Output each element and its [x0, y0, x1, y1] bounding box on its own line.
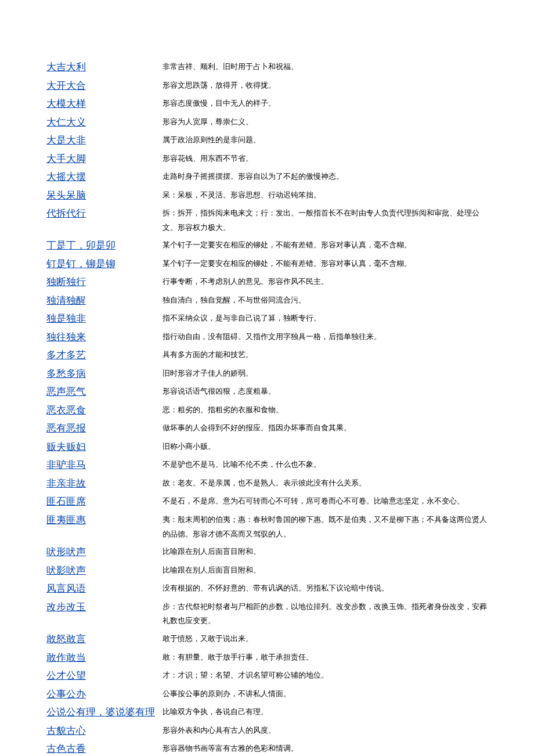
idiom-row: 贩夫贩妇旧称小商小贩。: [46, 438, 488, 456]
term-cell: 风言风语: [46, 579, 163, 598]
idiom-link[interactable]: 敢怒敢言: [46, 633, 86, 645]
idiom-row: 匪夷匪惠夷：殷末周初的伯夷；惠：春秋时鲁国的柳下惠。既不是伯夷，又不是柳下惠；不…: [46, 511, 488, 543]
idiom-link[interactable]: 代拆代行: [46, 208, 86, 219]
idiom-link[interactable]: 独是独非: [46, 313, 86, 324]
idiom-row: 吠影吠声比喻跟在别人后面盲目附和。: [46, 561, 488, 580]
definition-text: 敢：有胆量。敢于放手行事，敢于承担责任。: [163, 653, 313, 661]
idiom-row: 钉是钉，铆是铆某个钉子一定要安在相应的铆处，不能有差错。形容对事认真，毫不含糊。: [46, 255, 488, 273]
term-cell: 吠影吠声: [46, 561, 163, 580]
definition-cell: 指行动自由，没有阻碍。又指作文用字独具一格，后指单独往来。: [163, 328, 488, 347]
idiom-link[interactable]: 恶衣恶食: [46, 405, 86, 416]
definition-cell: 属于政治原则性的是非问题。: [163, 131, 488, 150]
idiom-link[interactable]: 吠影吠声: [46, 565, 86, 576]
idiom-link[interactable]: 独断独行: [46, 276, 86, 287]
term-cell: 敢怒敢言: [46, 630, 163, 649]
definition-cell: 形容花钱、用东西不节省。: [163, 150, 488, 168]
idiom-link[interactable]: 恶有恶报: [46, 423, 86, 434]
definition-text: 形容器物书画等富有古雅的色彩和情调。: [163, 744, 298, 753]
idiom-link[interactable]: 大开大合: [46, 80, 86, 91]
idiom-link[interactable]: 风言风语: [46, 583, 86, 594]
term-cell: 公说公有理，婆说婆有理: [46, 703, 163, 722]
definition-text: 形容说话语气很凶狠，态度粗暴。: [163, 387, 276, 395]
idiom-table: 大吉大利非常吉祥、顺利。旧时用于占卜和祝福。大开大合形容文思跌荡，放得开，收得拢…: [46, 58, 488, 756]
idiom-link[interactable]: 多愁多病: [46, 368, 86, 379]
definition-text: 比喻双方争执，各说自己有理。: [163, 707, 268, 716]
term-cell: 独往独来: [46, 328, 163, 347]
idiom-link[interactable]: 独清独醒: [46, 295, 86, 306]
idiom-link[interactable]: 多才多艺: [46, 350, 86, 361]
idiom-row: 古貌古心形容外表和内心具有古人的风度。: [46, 722, 488, 740]
term-cell: 大是大非: [46, 131, 163, 150]
idiom-link[interactable]: 大手大脚: [46, 153, 86, 164]
idiom-link[interactable]: 大摇大摆: [46, 171, 86, 182]
idiom-link[interactable]: 大是大非: [46, 135, 86, 146]
idiom-link[interactable]: 呆头呆脑: [46, 190, 86, 201]
idiom-link[interactable]: 独往独来: [46, 332, 86, 343]
definition-text: 形容外表和内心具有古人的风度。: [163, 726, 276, 735]
idiom-row: 吠形吠声比喻跟在别人后面盲目附和。: [46, 543, 488, 561]
idiom-link[interactable]: 贩夫贩妇: [46, 441, 86, 452]
definition-cell: 敢于愤怒，又敢于说出来。: [163, 630, 488, 649]
term-cell: 大吉大利: [46, 58, 163, 77]
idiom-row: 大开大合形容文思跌荡，放得开，收得拢。: [46, 77, 488, 95]
term-cell: 非亲非故: [46, 474, 163, 493]
idiom-link[interactable]: 敢作敢当: [46, 652, 86, 663]
definition-text: 独自清白，独自觉醒，不与世俗同流合污。: [163, 296, 306, 304]
term-cell: 公才公望: [46, 667, 163, 685]
idiom-link[interactable]: 恶声恶气: [46, 386, 86, 397]
definition-cell: 形容态度傲慢，目中无人的样子。: [163, 95, 488, 113]
definition-text: 非常吉祥、顺利。旧时用于占卜和祝福。: [163, 62, 298, 71]
idiom-link[interactable]: 非驴非马: [46, 459, 86, 470]
definition-cell: 非常吉祥、顺利。旧时用于占卜和祝福。: [163, 58, 488, 77]
term-cell: 呆头呆脑: [46, 186, 163, 205]
definition-cell: 具有多方面的才能和技艺。: [163, 346, 488, 365]
idiom-link[interactable]: 大模大样: [46, 98, 86, 109]
term-cell: 古貌古心: [46, 722, 163, 740]
idiom-row: 改步改玉步：古代祭祀时祭者与尸相距的步数，以地位排列。改变步数，改换玉饰。指死者…: [46, 598, 488, 630]
idiom-link[interactable]: 古色古香: [46, 743, 86, 754]
term-cell: 钉是钉，铆是铆: [46, 255, 163, 273]
definition-text: 比喻跟在别人后面盲目附和。: [163, 566, 261, 574]
definition-cell: 旧称小商小贩。: [163, 438, 488, 456]
term-cell: 独清独醒: [46, 291, 163, 310]
definition-cell: 指不采纳众议，是与非自己说了算，独断专行。: [163, 309, 488, 328]
definition-cell: 不是石，不是席。意为石可转而心不可转，席可卷而心不可卷。比喻意志坚定，永不变心。: [163, 492, 488, 511]
definition-cell: 行事专断，不考虑别人的意见。形容作风不民主。: [163, 273, 488, 291]
definition-cell: 某个钉子一定要安在相应的铆处，不能有差错。形容对事认真，毫不含糊。: [163, 255, 488, 273]
idiom-row: 恶有恶报做坏事的人会得到不好的报应。指因办坏事而自食其果。: [46, 419, 488, 438]
idiom-link[interactable]: 公说公有理，婆说婆有理: [46, 707, 155, 718]
idiom-row: 非亲非故故：老友。不是亲属，也不是熟人。表示彼此没有什么关系。: [46, 474, 488, 493]
idiom-row: 古色古香形容器物书画等富有古雅的色彩和情调。: [46, 740, 488, 756]
definition-cell: 形容外表和内心具有古人的风度。: [163, 722, 488, 740]
definition-text: 做坏事的人会得到不好的报应。指因办坏事而自食其果。: [163, 423, 351, 432]
idiom-link[interactable]: 非亲非故: [46, 478, 86, 489]
definition-cell: 比喻跟在别人后面盲目附和。: [163, 543, 488, 561]
term-cell: 大仁大义: [46, 113, 163, 132]
definition-text: 步：古代祭祀时祭者与尸相距的步数，以地位排列。改变步数，改换玉饰。指死者身份改变…: [163, 602, 487, 625]
definition-text: 形容文思跌荡，放得开，收得拢。: [163, 81, 276, 89]
definition-cell: 拆：拆开，指拆阅来电来文；行：发出。一般指首长不在时由专人负责代理拆阅和审批、处…: [163, 204, 488, 236]
idiom-link[interactable]: 丁是丁，卯是卯: [46, 240, 116, 251]
idiom-link[interactable]: 匪石匪席: [46, 496, 86, 507]
term-cell: 大模大样: [46, 95, 163, 113]
term-cell: 非驴非马: [46, 456, 163, 474]
idiom-row: 多才多艺具有多方面的才能和技艺。: [46, 346, 488, 365]
idiom-link[interactable]: 古貌古心: [46, 725, 86, 736]
idiom-link[interactable]: 大吉大利: [46, 62, 86, 73]
idiom-link[interactable]: 公才公望: [46, 670, 86, 681]
definition-cell: 夷：殷末周初的伯夷；惠：春秋时鲁国的柳下惠。既不是伯夷，又不是柳下惠；不具备这两…: [163, 511, 488, 543]
idiom-row: 恶衣恶食恶：粗劣的。指粗劣的衣服和食物。: [46, 401, 488, 420]
idiom-link[interactable]: 大仁大义: [46, 117, 86, 128]
definition-text: 才：才识；望：名望。才识名望可称公辅的地位。: [163, 671, 329, 679]
idiom-row: 大摇大摆走路时身子摇摇摆摆。形容自以为了不起的傲慢神态。: [46, 168, 488, 186]
definition-text: 恶：粗劣的。指粗劣的衣服和食物。: [163, 405, 283, 414]
term-cell: 吠形吠声: [46, 543, 163, 561]
idiom-link[interactable]: 改步改玉: [46, 602, 86, 613]
definition-text: 指行动自由，没有阻碍。又指作文用字独具一格，后指单独往来。: [163, 332, 381, 341]
idiom-link[interactable]: 匪夷匪惠: [46, 514, 86, 525]
idiom-link[interactable]: 吠形吠声: [46, 546, 86, 557]
definition-cell: 比喻跟在别人后面盲目附和。: [163, 561, 488, 580]
definition-text: 没有根据的、不怀好意的、带有讥讽的话。另指私下议论暗中传说。: [163, 584, 389, 592]
idiom-link[interactable]: 钉是钉，铆是铆: [46, 258, 116, 269]
idiom-link[interactable]: 公事公办: [46, 689, 86, 700]
